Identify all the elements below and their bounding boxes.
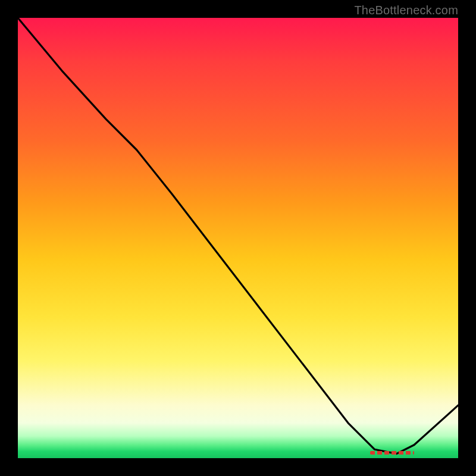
attribution-text: TheBottleneck.com: [354, 4, 458, 17]
plot-area: [18, 18, 458, 458]
chart-frame: TheBottleneck.com: [0, 0, 476, 476]
optimal-range-marker: [370, 451, 414, 455]
bottleneck-curve: [18, 18, 458, 458]
